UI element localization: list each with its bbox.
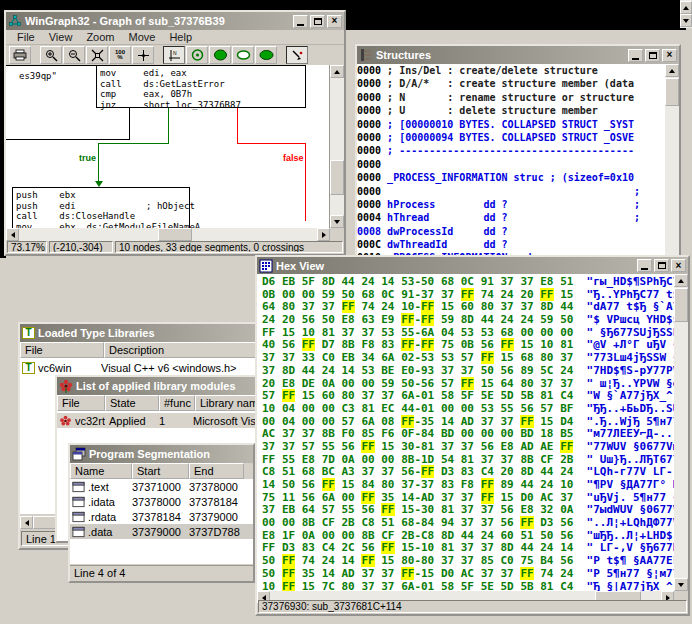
segment-row[interactable]: .rdata3737818437379000 xyxy=(70,509,253,524)
hexview-vscrollbar[interactable] xyxy=(674,274,688,591)
structures-line[interactable]: 0000 xyxy=(357,158,679,171)
address: 0004 xyxy=(357,212,381,223)
maximize-button[interactable] xyxy=(654,259,669,272)
graph-node-close[interactable]: push ebx push edi ; hObject call ds:Clos… xyxy=(12,187,190,228)
structures-vscrollbar[interactable] xyxy=(665,64,679,260)
structures-line[interactable]: 0000 ; ---------------------------------… xyxy=(357,144,679,157)
column-header--func[interactable]: #func xyxy=(159,395,195,411)
menu-view[interactable]: View xyxy=(42,31,80,43)
graph-ellipse-filled-button[interactable] xyxy=(255,46,277,64)
hex-row[interactable]: 10 FF 15 7C 80 37 37 6A-01 58 5F 5E 5D 5… xyxy=(262,581,688,592)
structures-titlebar[interactable]: Structures × xyxy=(357,46,679,64)
column-header-name[interactable]: Name xyxy=(70,463,132,479)
graph-node-cmp[interactable]: mov edi, eax call ds:GetLastError cmp ea… xyxy=(96,65,306,108)
structures-line[interactable]: 0000 ; xyxy=(357,185,679,198)
column-header-file[interactable]: File xyxy=(20,342,104,358)
graph-layout-button[interactable]: N xyxy=(163,46,185,64)
column-header-state[interactable]: State xyxy=(105,395,159,411)
segment-end: 37378184 xyxy=(189,496,244,508)
menu-help[interactable]: Help xyxy=(162,31,199,43)
scroll-up-button[interactable] xyxy=(665,64,679,77)
graph-ellipse-button[interactable] xyxy=(232,46,254,64)
modules-titlebar[interactable]: List of applied library modules xyxy=(57,377,278,395)
progseg-titlebar[interactable]: Program Segmentation xyxy=(70,445,253,463)
scroll-right-button[interactable] xyxy=(317,228,330,241)
scroll-down-button[interactable] xyxy=(674,578,688,591)
scrollbar-thumb[interactable] xyxy=(665,78,679,106)
structures-line[interactable]: 0000 ; D/A/* : create structure member (… xyxy=(357,77,679,90)
structures-line[interactable]: 0000 ; N : rename structure or structure xyxy=(357,91,679,104)
scroll-down-button[interactable] xyxy=(330,215,344,228)
minimize-button[interactable] xyxy=(628,49,643,62)
ascii-column: " ш¦Ђ..YPVW §dА xyxy=(573,377,686,390)
module-row[interactable]: vc32rtfApplied1Microsoft Visual xyxy=(57,413,278,428)
column-header-file[interactable]: File xyxy=(57,395,105,411)
structures-line[interactable]: 0008 dwProcessId dd ? xyxy=(357,225,679,238)
structures-line[interactable]: 000C dwThreadId dd ? xyxy=(357,238,679,251)
scrollbar-thumb[interactable] xyxy=(674,288,688,322)
typelib-row[interactable]: Tvc6winVisual C++ v6 <windows.h> xyxy=(20,360,266,375)
hex-dump[interactable]: D6 EB 5F 8D 44 24 14 53-50 68 0C 91 37 3… xyxy=(257,274,688,591)
scroll-up-button[interactable] xyxy=(674,274,688,287)
scroll-up-button[interactable] xyxy=(680,1,692,14)
wingraph-hscrollbar[interactable] xyxy=(6,228,330,241)
scroll-left-button[interactable] xyxy=(20,516,33,529)
segment-row[interactable]: .text3737100037378000 xyxy=(70,479,253,494)
column-header-end[interactable]: End xyxy=(189,463,244,479)
structures-line[interactable]: 0000 ; [00000094 BYTES. COLLAPSED STRUCT… xyxy=(357,131,679,144)
center-button[interactable] xyxy=(132,46,154,64)
scrollbar-thumb[interactable] xyxy=(330,160,344,195)
zoom-in-button[interactable] xyxy=(40,46,62,64)
segment-name: .text xyxy=(88,481,132,493)
window-title: List of applied library modules xyxy=(76,380,276,392)
menu-zoom[interactable]: Zoom xyxy=(79,31,121,43)
column-header-start[interactable]: Start xyxy=(132,463,189,479)
background-vscrollbar[interactable] xyxy=(680,0,692,28)
ascii-column: ".Ђ..WjЂ 5¶н77 xyxy=(573,415,679,428)
zoom-fit-button[interactable] xyxy=(86,46,108,64)
hexview-titlebar[interactable]: Hex View × xyxy=(257,257,688,274)
scroll-up-button[interactable] xyxy=(330,65,344,78)
structures-line[interactable]: 0000 ; U : delete structure member xyxy=(357,104,679,117)
ascii-column: "¶PV §ДА77Г° ЙD xyxy=(573,478,686,491)
scroll-down-button[interactable] xyxy=(680,14,692,27)
segment-row[interactable]: .idata3737800037378184 xyxy=(70,494,253,509)
ascii-column: "7ыdWUV §0677Vш xyxy=(573,503,686,516)
menu-move[interactable]: Move xyxy=(122,31,163,43)
menu-file[interactable]: File xyxy=(10,31,42,43)
maximize-button[interactable] xyxy=(645,49,660,62)
wingraph-vscrollbar[interactable] xyxy=(330,65,344,228)
graph-circle-button[interactable] xyxy=(186,46,208,64)
minimize-button[interactable] xyxy=(293,15,308,28)
minimize-button[interactable] xyxy=(637,259,652,272)
ascii-column: " Uш}Ђ..ЛЂТ677Л xyxy=(573,453,686,466)
status-text: Line 4 of 4 xyxy=(74,567,125,579)
zoom-out-button[interactable] xyxy=(63,46,85,64)
graph-canvas[interactable]: es39qp" mov edi, eax call ds:GetLastErro… xyxy=(6,65,330,228)
maximize-button[interactable] xyxy=(310,15,325,28)
structures-line[interactable]: 0000 hProcess dd ? ; xyxy=(357,198,679,211)
print-button[interactable] xyxy=(9,46,31,64)
close-button[interactable]: × xyxy=(671,259,686,272)
structures-line[interactable]: 0000 ; [00000010 BYTES. COLLAPSED STRUCT… xyxy=(357,118,679,131)
segment-row[interactable]: .data373790003737D788 xyxy=(70,524,253,539)
address: 0000 xyxy=(357,65,381,76)
wingraph-titlebar[interactable]: WinGraph32 - Graph of sub_37376B39 × xyxy=(6,12,344,30)
structures-line[interactable]: 0004 hThread dd ? ; xyxy=(357,211,679,224)
structures-line[interactable]: 0000 _PROCESS_INFORMATION struc ; (sizeo… xyxy=(357,171,679,184)
pointer-tool-button[interactable] xyxy=(286,46,308,64)
ascii-column: " §Ђ677SUjЂSSh. xyxy=(573,326,686,339)
structures-listing[interactable]: 0000 ; Ins/Del : create/delete structure… xyxy=(357,64,679,260)
close-button[interactable]: × xyxy=(662,49,677,62)
line-text: ; U : delete structure member xyxy=(381,105,598,116)
graph-blob-button[interactable] xyxy=(209,46,231,64)
progseg-list[interactable]: .text3737100037378000.idata3737800037378… xyxy=(70,479,253,564)
structures-line[interactable]: 0000 ; Ins/Del : create/delete structure xyxy=(357,64,679,77)
zoom-100-button[interactable]: 100% xyxy=(109,46,131,64)
address: 0000 xyxy=(357,159,381,170)
column-header-description[interactable]: Description xyxy=(104,342,266,358)
close-button[interactable]: × xyxy=(327,15,342,28)
typelibs-titlebar[interactable]: T Loaded Type Libraries xyxy=(20,324,266,342)
scrollbar-thumb[interactable] xyxy=(158,228,192,241)
scroll-left-button[interactable] xyxy=(6,228,19,241)
